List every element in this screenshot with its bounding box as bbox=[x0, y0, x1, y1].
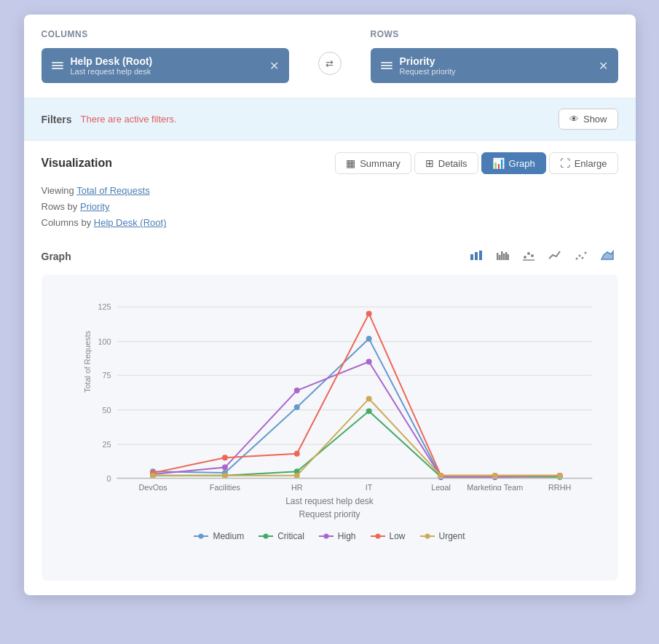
svg-point-80 bbox=[375, 534, 380, 539]
legend-critical-label: Critical bbox=[277, 531, 304, 541]
grouped-bar-icon-btn[interactable] bbox=[492, 246, 513, 267]
line-icon-btn[interactable] bbox=[544, 246, 566, 267]
y-axis-label: Total of Requests bbox=[82, 331, 91, 393]
rows-tag: Priority Request priority ✕ bbox=[371, 48, 618, 83]
svg-point-64 bbox=[556, 473, 562, 479]
svg-text:25: 25 bbox=[102, 440, 111, 449]
svg-point-10 bbox=[527, 252, 530, 255]
scatter2-icon-btn[interactable] bbox=[570, 246, 592, 267]
svg-text:125: 125 bbox=[98, 302, 111, 311]
svg-text:Facilities: Facilities bbox=[209, 484, 240, 491]
svg-point-32 bbox=[293, 404, 299, 410]
columns-by-text: Columns by bbox=[42, 217, 92, 228]
show-label: Show bbox=[583, 114, 607, 125]
chart-legend: Medium Critical High Low Urgent bbox=[53, 531, 607, 541]
svg-rect-7 bbox=[505, 252, 508, 260]
graph-tab-icon: 📊 bbox=[492, 157, 505, 169]
viz-tabs: ▦ Summary ⊞ Details 📊 Graph ⛶ Enlarge bbox=[335, 152, 617, 174]
svg-point-47 bbox=[366, 359, 371, 365]
summary-icon: ▦ bbox=[346, 157, 355, 169]
svg-point-61 bbox=[366, 396, 371, 402]
svg-text:Marketing Team: Marketing Team bbox=[467, 484, 523, 491]
legend-critical: Critical bbox=[259, 531, 304, 541]
bar-chart-icon-btn[interactable] bbox=[465, 246, 487, 267]
legend-high-label: High bbox=[338, 531, 356, 541]
svg-rect-5 bbox=[501, 251, 503, 260]
details-icon: ⊞ bbox=[425, 157, 434, 169]
area-icon-btn[interactable] bbox=[596, 246, 618, 267]
svg-point-33 bbox=[366, 336, 371, 342]
x-axis-title: Last request help desk Request priority bbox=[53, 495, 607, 521]
show-button[interactable]: 👁 Show bbox=[559, 109, 618, 130]
svg-point-54 bbox=[366, 311, 371, 317]
svg-point-59 bbox=[221, 473, 227, 479]
svg-point-52 bbox=[221, 455, 227, 461]
tab-summary-label: Summary bbox=[360, 158, 400, 169]
chart-container: Total of Requests 0 25 50 75 100 bbox=[42, 275, 618, 581]
legend-high: High bbox=[319, 531, 356, 541]
eye-icon: 👁 bbox=[569, 114, 579, 125]
columns-tag-close[interactable]: ✕ bbox=[269, 59, 279, 73]
svg-point-9 bbox=[524, 256, 526, 259]
svg-point-11 bbox=[531, 254, 534, 257]
main-card: Columns Help Desk (Root) Last request he… bbox=[24, 15, 636, 595]
columns-tag: Help Desk (Root) Last request help desk … bbox=[42, 48, 289, 83]
rows-tag-sub: Request priority bbox=[400, 67, 456, 76]
tab-graph[interactable]: 📊 Graph bbox=[481, 152, 546, 174]
svg-point-60 bbox=[293, 473, 299, 479]
svg-marker-17 bbox=[601, 251, 613, 259]
rows-by-link[interactable]: Priority bbox=[80, 201, 109, 212]
columns-by-link[interactable]: Help Desk (Root) bbox=[94, 217, 167, 228]
rows-by-text: Rows by bbox=[42, 201, 78, 212]
tab-summary[interactable]: ▦ Summary bbox=[335, 152, 411, 174]
columns-tag-sub: Last request help desk bbox=[71, 67, 153, 76]
tab-enlarge[interactable]: ⛶ Enlarge bbox=[549, 152, 618, 174]
svg-point-58 bbox=[150, 473, 156, 479]
svg-point-15 bbox=[581, 257, 583, 259]
svg-rect-3 bbox=[497, 253, 499, 260]
legend-medium-label: Medium bbox=[213, 531, 244, 541]
drag-handle-icon[interactable] bbox=[52, 62, 63, 69]
graph-section: Graph bbox=[24, 240, 636, 595]
svg-text:RRHH: RRHH bbox=[548, 484, 571, 491]
legend-medium: Medium bbox=[194, 531, 244, 541]
tab-graph-label: Graph bbox=[509, 158, 535, 169]
scatter-icon-btn[interactable] bbox=[518, 246, 540, 267]
swap-button[interactable]: ⇄ bbox=[318, 52, 342, 75]
svg-point-40 bbox=[366, 409, 371, 415]
svg-text:Legal: Legal bbox=[431, 484, 451, 491]
graph-label: Graph bbox=[42, 251, 71, 262]
legend-urgent: Urgent bbox=[420, 531, 465, 541]
filters-section: Filters There are active filters. 👁 Show bbox=[24, 98, 636, 141]
svg-point-82 bbox=[425, 534, 430, 539]
legend-low: Low bbox=[371, 531, 406, 541]
svg-text:100: 100 bbox=[98, 337, 111, 346]
svg-point-63 bbox=[492, 473, 497, 479]
svg-point-13 bbox=[575, 258, 577, 260]
tab-details-label: Details bbox=[438, 158, 467, 169]
rows-tag-close[interactable]: ✕ bbox=[599, 59, 608, 73]
graph-icon-buttons bbox=[465, 246, 618, 267]
visualization-section: Visualization ▦ Summary ⊞ Details 📊 Grap… bbox=[24, 141, 636, 231]
svg-point-16 bbox=[584, 252, 586, 254]
columns-rows-section: Columns Help Desk (Root) Last request he… bbox=[24, 15, 636, 98]
rows-tag-name: Priority bbox=[400, 55, 456, 67]
viewing-text: Viewing bbox=[42, 185, 74, 196]
svg-rect-8 bbox=[507, 254, 509, 260]
viewing-link[interactable]: Total of Requests bbox=[76, 185, 149, 196]
svg-rect-4 bbox=[499, 255, 501, 260]
svg-point-78 bbox=[323, 534, 328, 539]
rows-drag-handle-icon[interactable] bbox=[381, 62, 392, 69]
svg-rect-6 bbox=[503, 254, 505, 260]
legend-low-label: Low bbox=[390, 531, 406, 541]
viewing-info: Viewing Total of Requests Rows by Priori… bbox=[42, 183, 618, 231]
chart-svg: 0 25 50 75 100 125 bbox=[88, 286, 607, 490]
x-axis-title-line1: Last request help desk bbox=[53, 495, 607, 508]
svg-point-62 bbox=[438, 473, 443, 479]
svg-point-74 bbox=[199, 534, 204, 539]
svg-text:75: 75 bbox=[102, 371, 111, 380]
tab-details[interactable]: ⊞ Details bbox=[414, 152, 478, 174]
svg-rect-1 bbox=[475, 252, 478, 260]
active-filters-text: There are active filters. bbox=[81, 114, 177, 125]
svg-text:DevOps: DevOps bbox=[138, 484, 167, 491]
